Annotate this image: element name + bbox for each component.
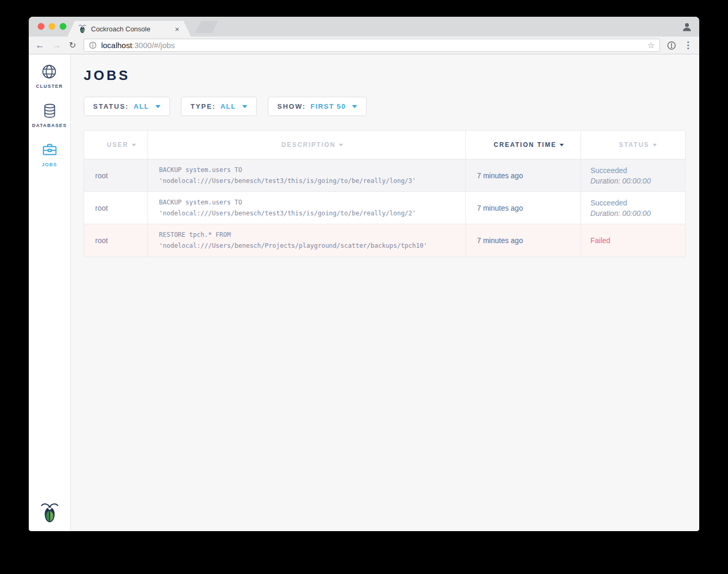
- description-cell: BACKUP system.users TO 'nodelocal:///Use…: [148, 159, 466, 191]
- filter-value: ALL: [133, 102, 149, 110]
- forward-button[interactable]: →: [52, 41, 61, 50]
- extension-icon[interactable]: [667, 41, 676, 50]
- filter-bar: STATUS: ALL TYPE: ALL SHOW: FIRST 50: [84, 97, 686, 116]
- browser-window: Cockroach Console × ← → ↻ localhost:3000…: [29, 17, 699, 531]
- description-cell: RESTORE tpch.* FROM 'nodelocal:///Users/…: [148, 224, 466, 257]
- status-cell: Failed: [581, 224, 685, 257]
- tab-title: Cockroach Console: [91, 25, 170, 33]
- jobs-page: JOBS STATUS: ALL TYPE: ALL SHOW: FIRST 5…: [71, 54, 699, 531]
- chevron-down-icon: [155, 105, 161, 108]
- close-window-button[interactable]: [38, 23, 44, 30]
- url-text: localhost:3000/#/jobs: [101, 41, 175, 50]
- cockroach-favicon-icon: [78, 24, 87, 33]
- sidebar-item-label: JOBS: [42, 162, 58, 167]
- user-cell: root: [84, 192, 148, 224]
- url-path: :3000/#/jobs: [132, 41, 175, 50]
- creation-time-cell: 7 minutes ago: [466, 159, 581, 191]
- tab-close-icon[interactable]: ×: [175, 25, 180, 33]
- type-filter-dropdown[interactable]: TYPE: ALL: [181, 97, 257, 116]
- status-badge: Succeeded: [590, 198, 685, 208]
- address-bar[interactable]: localhost:3000/#/jobs ☆: [84, 39, 660, 52]
- sidebar-item-databases[interactable]: DATABASES: [32, 102, 66, 128]
- profile-icon[interactable]: [681, 21, 692, 32]
- user-cell: root: [84, 159, 148, 191]
- duration-text: Duration: 00:00:00: [590, 176, 685, 186]
- status-badge: Failed: [590, 236, 685, 245]
- show-filter-dropdown[interactable]: SHOW: FIRST 50: [268, 97, 367, 116]
- user-cell: root: [84, 224, 148, 257]
- sort-arrow-icon: [339, 144, 343, 146]
- minimize-window-button[interactable]: [49, 23, 55, 30]
- browser-tab[interactable]: Cockroach Console ×: [67, 21, 191, 37]
- browser-menu-icon[interactable]: ⋮: [684, 41, 692, 50]
- column-header-creation-time[interactable]: CREATION TIME: [466, 131, 581, 159]
- back-button[interactable]: ←: [36, 41, 44, 50]
- table-row[interactable]: root BACKUP system.users TO 'nodelocal:/…: [84, 192, 685, 224]
- cockroachdb-logo: [40, 501, 60, 524]
- column-header-description[interactable]: DESCRIPTION: [148, 131, 466, 159]
- fullscreen-window-button[interactable]: [60, 23, 66, 30]
- url-host: localhost: [101, 41, 132, 50]
- column-header-label: DESCRIPTION: [281, 141, 336, 148]
- creation-time-cell: 7 minutes ago: [466, 224, 581, 257]
- cockroach-console-app: CLUSTER DATABASES: [29, 54, 699, 531]
- sort-arrow-icon: [132, 144, 136, 146]
- page-title: JOBS: [84, 67, 686, 84]
- reload-button[interactable]: ↻: [69, 41, 76, 50]
- sidebar: CLUSTER DATABASES: [29, 54, 71, 531]
- sidebar-item-cluster[interactable]: CLUSTER: [36, 63, 63, 89]
- filter-label: STATUS:: [93, 102, 129, 110]
- filter-label: SHOW:: [277, 102, 306, 110]
- jobs-table: USER DESCRIPTION CREATION TIME STATUS: [84, 130, 686, 257]
- column-header-user[interactable]: USER: [84, 131, 148, 159]
- briefcase-icon: [41, 142, 58, 158]
- chevron-down-icon: [352, 105, 357, 108]
- status-cell: Succeeded Duration: 00:00:00: [581, 192, 685, 224]
- sidebar-item-jobs[interactable]: JOBS: [41, 142, 58, 167]
- page-info-icon[interactable]: [89, 41, 97, 49]
- description-cell: BACKUP system.users TO 'nodelocal:///Use…: [148, 192, 466, 224]
- column-header-label: USER: [107, 141, 128, 148]
- table-header-row: USER DESCRIPTION CREATION TIME STATUS: [84, 131, 685, 159]
- duration-text: Duration: 00:00:00: [590, 208, 685, 219]
- column-header-label: STATUS: [619, 141, 649, 148]
- status-badge: Succeeded: [590, 165, 685, 176]
- table-row[interactable]: root RESTORE tpch.* FROM 'nodelocal:///U…: [84, 224, 685, 257]
- tab-strip: Cockroach Console ×: [29, 17, 699, 37]
- new-tab-button[interactable]: [195, 21, 218, 33]
- database-icon: [41, 102, 58, 119]
- filter-label: TYPE:: [190, 102, 215, 110]
- chevron-down-icon: [242, 105, 247, 108]
- status-filter-dropdown[interactable]: STATUS: ALL: [84, 97, 170, 116]
- sort-arrow-icon: [560, 144, 564, 146]
- column-header-label: CREATION TIME: [494, 141, 556, 148]
- sort-arrow-icon: [653, 144, 657, 146]
- window-controls: [38, 23, 66, 30]
- globe-icon: [41, 63, 58, 80]
- table-row[interactable]: root BACKUP system.users TO 'nodelocal:/…: [84, 159, 685, 192]
- sidebar-item-label: DATABASES: [32, 123, 66, 128]
- bookmark-star-icon[interactable]: ☆: [647, 41, 655, 50]
- column-header-status[interactable]: STATUS: [581, 131, 685, 159]
- creation-time-cell: 7 minutes ago: [466, 192, 581, 224]
- status-cell: Succeeded Duration: 00:00:00: [581, 159, 685, 191]
- filter-value: ALL: [220, 102, 236, 110]
- filter-value: FIRST 50: [311, 102, 346, 110]
- sidebar-item-label: CLUSTER: [36, 84, 63, 89]
- browser-toolbar: ← → ↻ localhost:3000/#/jobs ☆ ⋮: [29, 37, 699, 54]
